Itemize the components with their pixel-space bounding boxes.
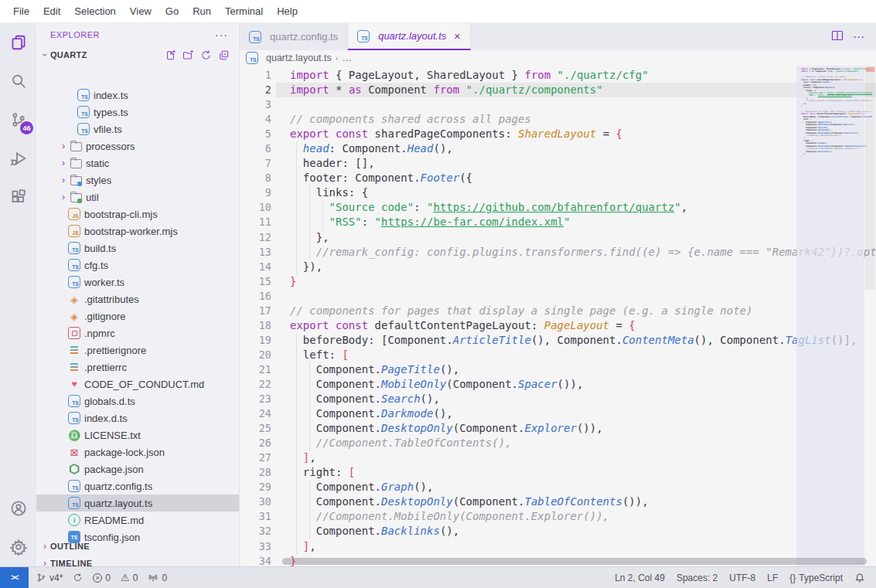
- tree-item-.prettierrc[interactable]: .prettierrc: [36, 359, 239, 376]
- section-header-quartz[interactable]: › QUARTZ: [36, 46, 239, 63]
- horizontal-scrollbar-thumb[interactable]: [282, 558, 867, 565]
- activitybar-search-icon[interactable]: [0, 62, 36, 100]
- tree-item-static[interactable]: ›static: [36, 155, 239, 172]
- util-folder-icon: [70, 191, 82, 203]
- tree-item-bootstrap-worker.mjs[interactable]: JSbootstrap-worker.mjs: [36, 223, 239, 240]
- new-folder-icon[interactable]: [182, 49, 194, 61]
- folder-icon: [70, 140, 82, 152]
- activitybar-account-icon[interactable]: [0, 489, 36, 528]
- ts-file-icon: TS: [77, 106, 90, 118]
- tree-item-LICENSE.txt[interactable]: ♎LICENSE.txt: [36, 427, 239, 444]
- activitybar-explorer-icon[interactable]: [0, 23, 36, 62]
- tree-item-.npmrc[interactable]: .npmrc: [36, 325, 239, 342]
- file-name: types.ts: [94, 107, 128, 118]
- tree-item-index.d.ts[interactable]: TSindex.d.ts: [36, 410, 239, 427]
- status-label: Ln 2, Col 49: [615, 573, 665, 583]
- breadcrumb-more[interactable]: …: [342, 53, 352, 63]
- tree-item-types.ts[interactable]: TStypes.ts: [36, 104, 239, 121]
- tree-item-index.ts[interactable]: TSindex.ts: [36, 87, 239, 104]
- chevron-right-icon: ›: [336, 53, 339, 63]
- tree-item-styles[interactable]: ›styles: [36, 172, 239, 189]
- sidebar-more-actions-icon[interactable]: ···: [215, 29, 228, 41]
- tree-item-quartz.config.ts[interactable]: TSquartz.config.ts: [36, 478, 239, 495]
- collapse-all-icon[interactable]: [217, 49, 230, 61]
- outline-section[interactable]: › OUTLINE: [36, 538, 239, 555]
- timeline-label: TIMELINE: [50, 559, 93, 566]
- code-line-14: }),: [276, 260, 876, 274]
- tree-item-.prettierignore[interactable]: .prettierignore: [36, 342, 239, 359]
- tree-item-build.ts[interactable]: TSbuild.ts: [36, 240, 239, 257]
- ts-file-icon: TS: [357, 30, 370, 42]
- tree-item-vfile.ts[interactable]: TSvfile.ts: [36, 121, 239, 138]
- tree-item-quartz.layout.ts[interactable]: TSquartz.layout.ts: [36, 495, 239, 512]
- code-line-10: "Source code": "https://github.com/bfahr…: [276, 200, 876, 215]
- close-icon[interactable]: ×: [454, 30, 460, 42]
- tree-item-processors[interactable]: ›processors: [36, 138, 239, 155]
- tree-item-cfg.ts[interactable]: TScfg.ts: [36, 257, 239, 274]
- chevron-right-icon: ›: [59, 192, 68, 202]
- vertical-scrollbar[interactable]: [864, 66, 876, 566]
- tree-item-CODE_OF_CONDUCT.md[interactable]: ♥CODE_OF_CONDUCT.md: [36, 376, 239, 393]
- status-ports[interactable]: 0: [148, 573, 167, 583]
- breadcrumb[interactable]: TS quartz.layout.ts › …: [240, 50, 876, 66]
- menu-item-go[interactable]: Go: [158, 0, 186, 23]
- refresh-icon[interactable]: [199, 49, 212, 61]
- editor-group: TSquartz.config.tsTSquartz.layout.ts× ⋯ …: [240, 23, 876, 566]
- status-eol[interactable]: LF: [767, 573, 778, 583]
- new-file-icon[interactable]: [164, 49, 176, 61]
- status-errors[interactable]: ×0: [93, 573, 111, 583]
- menu-item-file[interactable]: File: [6, 0, 36, 23]
- tree-item-.gitattributes[interactable]: ◈.gitattributes: [36, 291, 239, 308]
- tree-item-package.json[interactable]: package.json: [36, 461, 239, 478]
- status-encoding[interactable]: UTF-8: [729, 573, 755, 583]
- tree-item-.gitignore[interactable]: ◈.gitignore: [36, 308, 239, 325]
- status-cursor-position[interactable]: Ln 2, Col 49: [615, 573, 665, 583]
- code-line-16: [276, 289, 876, 304]
- activitybar-extensions-icon[interactable]: [0, 178, 36, 216]
- tree-item-package-lock.json[interactable]: ⊠package-lock.json: [36, 444, 239, 461]
- menu-item-view[interactable]: View: [123, 0, 158, 23]
- breadcrumb-file[interactable]: quartz.layout.ts: [266, 53, 332, 63]
- tab-label: quartz.config.ts: [270, 31, 338, 42]
- vertical-scrollbar-thumb[interactable]: [865, 66, 875, 290]
- tab-quartz.layout.ts[interactable]: TSquartz.layout.ts×: [348, 23, 470, 50]
- timeline-section[interactable]: › TIMELINE: [36, 555, 239, 566]
- file-name: vfile.ts: [94, 124, 122, 135]
- menu-item-help[interactable]: Help: [270, 0, 305, 23]
- dts-file-icon: TS: [68, 395, 80, 407]
- status-label: v4*: [49, 573, 63, 583]
- status-branch[interactable]: v4*: [36, 573, 63, 583]
- code-line-8: footer: Component.Footer({: [276, 171, 876, 185]
- minimap[interactable]: import { PageLayout, SharedLayout } from…: [801, 68, 872, 158]
- tree-item-globals.d.ts[interactable]: TSglobals.d.ts: [36, 393, 239, 410]
- code-line-24: Component.Darkmode(),: [276, 406, 876, 421]
- remote-indicator[interactable]: ><: [0, 567, 29, 588]
- file-name: package.json: [84, 464, 144, 475]
- tab-quartz.config.ts[interactable]: TSquartz.config.ts: [240, 23, 348, 50]
- activitybar-settings-icon[interactable]: [0, 528, 36, 566]
- activitybar-source-control-icon[interactable]: 46: [0, 100, 36, 139]
- status-language[interactable]: {}TypeScript: [789, 573, 843, 583]
- tab-bar: TSquartz.config.tsTSquartz.layout.ts× ⋯: [240, 23, 876, 50]
- split-editor-icon[interactable]: [831, 29, 844, 45]
- code-line-21: Component.PageTitle(),: [276, 362, 876, 377]
- menu-item-run[interactable]: Run: [186, 0, 218, 23]
- status-indentation[interactable]: Spaces: 2: [677, 573, 718, 583]
- horizontal-scrollbar[interactable]: [282, 558, 867, 565]
- menu-item-selection[interactable]: Selection: [67, 0, 122, 23]
- menu-item-edit[interactable]: Edit: [36, 0, 67, 23]
- activitybar-run-debug-icon[interactable]: [0, 139, 36, 178]
- tree-item-worker.ts[interactable]: TSworker.ts: [36, 274, 239, 291]
- tree-item-README.md[interactable]: iREADME.md: [36, 512, 239, 529]
- code-line-17: // components for pages that display a s…: [276, 304, 876, 318]
- activity-bar: 46: [0, 23, 36, 566]
- editor-more-actions-icon[interactable]: ⋯: [853, 30, 865, 44]
- status-sync[interactable]: [73, 573, 83, 583]
- status-notifications[interactable]: [854, 573, 865, 583]
- tree-item-util[interactable]: ›util: [36, 189, 239, 206]
- status-label: 0: [133, 573, 138, 583]
- menu-item-terminal[interactable]: Terminal: [218, 0, 270, 23]
- code-editor[interactable]: 1234567891011121314151617181920212223242…: [240, 66, 876, 566]
- tree-item-bootstrap-cli.mjs[interactable]: JSbootstrap-cli.mjs: [36, 206, 239, 223]
- status-warnings[interactable]: ⚠0: [121, 573, 138, 583]
